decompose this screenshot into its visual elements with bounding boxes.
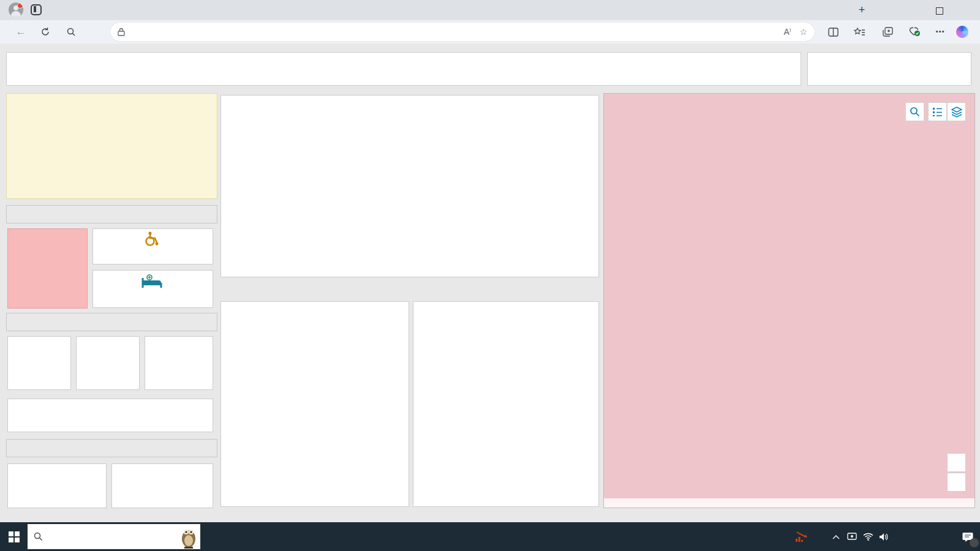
read-aloud-icon[interactable]: A)	[783, 27, 791, 37]
map-layers-button[interactable]	[947, 102, 966, 121]
browser-tab-bar: +	[0, 0, 980, 20]
nodata-panel	[6, 93, 217, 199]
collections-icon[interactable]	[881, 25, 894, 39]
section-header-gender	[6, 439, 217, 457]
household-title	[221, 302, 409, 307]
profile-alert-dot	[17, 2, 23, 9]
browser-toolbar: ← A) ☆ ⋯	[0, 20, 980, 44]
map-legend-button[interactable]	[928, 102, 947, 121]
notification-badge	[970, 538, 979, 547]
map-layers-icon	[951, 107, 962, 118]
essentials-glyph	[909, 27, 921, 37]
favorites-glyph	[854, 28, 865, 37]
settings-more-icon[interactable]: ⋯	[933, 25, 947, 39]
stock-down-icon	[795, 531, 809, 543]
card-hidden-population[interactable]	[7, 399, 213, 432]
section-header-patients	[6, 205, 217, 223]
map-attribution	[604, 498, 974, 508]
tray-chevron-icon[interactable]	[828, 522, 844, 551]
profile-avatar[interactable]	[9, 2, 23, 17]
owl-image	[178, 524, 199, 549]
minimize-button[interactable]	[898, 0, 925, 20]
map-search-icon	[910, 107, 920, 117]
tray-language-indicator[interactable]	[892, 522, 913, 551]
refresh-button[interactable]	[38, 24, 53, 39]
start-button[interactable]	[0, 522, 28, 551]
close-button[interactable]	[953, 0, 980, 20]
card-male[interactable]	[7, 463, 107, 508]
stock-widget[interactable]	[795, 531, 818, 543]
split-screen-icon[interactable]	[826, 25, 840, 39]
zoom-out-button[interactable]	[947, 473, 966, 492]
card-age-0-2[interactable]	[7, 336, 71, 390]
address-bar[interactable]: A) ☆	[110, 23, 815, 41]
card-age-60-plus[interactable]	[145, 336, 213, 390]
card-disabled[interactable]	[92, 228, 213, 264]
split-screen-glyph	[828, 28, 839, 37]
maximize-glyph	[936, 7, 943, 15]
map-zoom-controls	[947, 453, 966, 492]
copilot-icon[interactable]	[956, 25, 969, 39]
section-header-age	[6, 313, 217, 331]
search-icon	[66, 27, 76, 37]
page-header	[6, 52, 801, 86]
card-bedridden[interactable]	[92, 270, 213, 308]
members-title	[413, 302, 598, 307]
refresh-icon	[40, 27, 50, 37]
zoom-in-button[interactable]	[947, 453, 966, 472]
dashboard-page	[0, 43, 980, 522]
windows-taskbar	[0, 522, 980, 551]
back-button[interactable]: ←	[13, 24, 28, 39]
map-controls	[905, 102, 966, 121]
workspaces-icon[interactable]	[31, 4, 42, 15]
card-female[interactable]	[111, 463, 213, 508]
copilot-glyph	[956, 26, 968, 38]
lock-icon	[118, 28, 125, 36]
taskbar-search-box[interactable]	[28, 524, 200, 549]
favorite-star-icon[interactable]: ☆	[799, 27, 807, 37]
taskbar-search-icon	[34, 532, 43, 541]
notification-center-icon[interactable]	[956, 522, 980, 551]
screen: + ← A) ☆ ⋯	[0, 0, 980, 551]
card-bedridden-disabled[interactable]	[7, 228, 88, 309]
avatar-body	[11, 11, 21, 17]
hospital-bed-icon	[141, 274, 162, 289]
tray-cast-icon[interactable]	[844, 522, 860, 551]
land-type-chart[interactable]	[226, 114, 595, 276]
chart-title	[221, 96, 598, 100]
tray-wifi-icon[interactable]	[860, 522, 876, 551]
map-canvas[interactable]	[604, 94, 974, 508]
household-panel	[221, 301, 409, 507]
map-legend-icon	[932, 107, 943, 117]
card-age-2-6[interactable]	[76, 336, 140, 390]
map-search-button[interactable]	[905, 102, 924, 121]
land-type-chart-panel	[221, 95, 599, 277]
wheelchair-icon	[144, 231, 160, 246]
new-tab-button[interactable]: +	[854, 3, 869, 18]
map-panel[interactable]	[603, 93, 975, 508]
collections-glyph	[883, 27, 893, 37]
favorites-bar-icon[interactable]	[853, 25, 866, 39]
tray-volume-icon[interactable]	[876, 522, 892, 551]
maximize-button[interactable]	[925, 0, 953, 20]
district-filter[interactable]	[807, 52, 971, 86]
members-chart[interactable]	[418, 317, 595, 504]
members-panel	[413, 301, 599, 507]
search-button[interactable]	[64, 24, 78, 39]
browser-essentials-icon[interactable]	[908, 25, 921, 39]
windows-logo-icon	[9, 531, 20, 542]
